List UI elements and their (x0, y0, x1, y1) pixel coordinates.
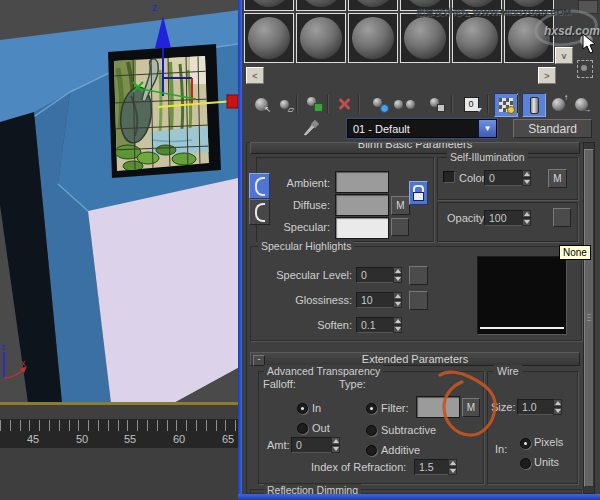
window-border-bottom[interactable] (238, 494, 600, 500)
window-border-left[interactable] (238, 0, 242, 500)
self-illumination-spinner[interactable] (522, 170, 531, 186)
soften-label: Soften: (262, 319, 352, 331)
get-material-button[interactable]: ↖ (250, 93, 272, 115)
amt-field[interactable]: 0 (291, 437, 332, 453)
material-name-value: 01 - Default (348, 123, 410, 135)
tooltip: None (559, 245, 591, 260)
type-subtractive-label: Subtractive (381, 424, 436, 436)
material-sample-row (244, 13, 556, 63)
material-type-button[interactable]: Standard (513, 119, 592, 138)
specular-level-label: Specular Level: (262, 269, 352, 281)
viewport[interactable]: z z x 45 50 55 (0, 0, 238, 500)
material-sample-slot[interactable] (244, 0, 294, 11)
specular-color-swatch[interactable] (335, 217, 389, 239)
diffuse-color-swatch[interactable] (335, 194, 389, 216)
falloff-in-radio[interactable] (297, 403, 308, 414)
ior-spinner[interactable] (448, 459, 457, 475)
diffuse-map-button[interactable]: M (391, 196, 410, 215)
palette-scroll-down-button[interactable]: v (555, 47, 573, 64)
material-map-navigator-icon[interactable] (576, 60, 594, 78)
gizmo-handle[interactable] (227, 95, 238, 108)
type-filter-radio[interactable] (366, 403, 377, 414)
material-sample-slot[interactable] (296, 0, 346, 11)
material-sample-slot[interactable] (400, 13, 450, 63)
lock-button[interactable] (409, 181, 428, 205)
dropdown-arrow-icon[interactable]: ▼ (478, 120, 496, 137)
go-forward-to-sibling-button[interactable]: → (570, 93, 592, 115)
type-subtractive-radio[interactable] (366, 425, 377, 436)
material-sample-slot[interactable] (348, 13, 398, 63)
opacity-spinner[interactable] (522, 210, 531, 226)
specular-map-button[interactable] (391, 218, 409, 236)
extended-parameters-rollout[interactable]: Extended Parameters (250, 352, 580, 366)
material-sample-slot[interactable] (244, 13, 294, 63)
put-to-library-button[interactable] (425, 93, 447, 115)
ambient-color-swatch[interactable] (335, 171, 389, 193)
type-additive-label: Additive (381, 444, 420, 456)
wire-size-field[interactable]: 1.0 (517, 399, 554, 415)
specular-level-map-button[interactable] (409, 266, 428, 285)
glossiness-spinner[interactable] (393, 292, 402, 308)
show-end-result-button[interactable] (522, 93, 546, 117)
wire-pixels-radio[interactable] (520, 438, 531, 449)
track-bar[interactable]: 45 50 55 60 65 (0, 419, 238, 448)
track-bar-ticks (0, 420, 238, 431)
go-to-parent-button[interactable]: ↑ (547, 93, 569, 115)
amt-label: Amt: (267, 439, 290, 451)
material-id-channel-button[interactable]: 0 (460, 93, 482, 115)
wire-units-radio[interactable] (520, 458, 531, 469)
sample-sphere (456, 17, 498, 59)
ruler-number: 60 (168, 433, 190, 445)
self-illumination-map-button[interactable]: M (548, 169, 567, 188)
annotation-circle (438, 362, 502, 440)
blinn-basic-parameters-rollout[interactable]: Blinn Basic Parameters (250, 142, 580, 154)
wire-in-label: In: (495, 443, 507, 455)
assign-material-to-selection-button[interactable] (303, 93, 325, 115)
material-sample-slot[interactable] (296, 13, 346, 63)
make-material-copy-button[interactable] (368, 93, 390, 115)
wire-size-spinner[interactable] (553, 399, 562, 415)
material-editor-window: < > v 思缘设计论坛 WWW.MISSYUAN.COM hxsd.com ↖… (238, 0, 600, 500)
scrollbar-thumb[interactable] (584, 149, 594, 487)
object-lavender-face[interactable] (88, 178, 238, 403)
opacity-field[interactable]: 100 (484, 210, 523, 226)
glossiness-field[interactable]: 10 (356, 292, 394, 308)
amt-spinner[interactable] (331, 437, 340, 453)
specular-level-spinner[interactable] (393, 267, 402, 283)
sample-sphere (404, 17, 446, 59)
self-illumination-color-label: Color (459, 172, 485, 184)
material-sample-slot[interactable] (348, 0, 398, 11)
reset-map-mtl-button[interactable] (333, 93, 355, 115)
type-additive-radio[interactable] (366, 445, 377, 456)
put-material-to-scene-button[interactable]: ▱ (273, 93, 295, 115)
wire-units-label: Units (534, 456, 559, 468)
self-illumination-field[interactable]: 0 (484, 170, 523, 186)
type-label: Type: (339, 378, 366, 390)
make-unique-button[interactable] (393, 93, 415, 115)
self-illumination-color-checkbox[interactable] (443, 171, 455, 183)
advanced-transparency-title: Advanced Transparency (264, 365, 383, 377)
specular-level-field[interactable]: 0 (356, 267, 394, 283)
viewport-scene[interactable]: z z x (0, 0, 238, 403)
falloff-out-radio[interactable] (297, 423, 308, 434)
sample-sphere (248, 17, 290, 59)
show-map-in-viewport-button[interactable] (494, 93, 518, 117)
opacity-map-button[interactable] (553, 208, 571, 227)
palette-scroll-left-button[interactable]: < (246, 67, 264, 84)
soften-field[interactable]: 0.1 (356, 317, 394, 333)
type-filter-label: Filter: (381, 402, 409, 414)
specular-highlights-title: Specular Highlights (258, 240, 354, 252)
pick-material-eyedropper-icon[interactable] (300, 118, 320, 137)
rollout-scrollbar[interactable] (583, 142, 595, 494)
lock-ambient-diffuse-button[interactable] (249, 173, 270, 199)
lock-diffuse-specular-button[interactable] (249, 199, 270, 225)
material-name-dropdown[interactable]: 01 - Default ▼ (347, 119, 497, 138)
status-bar: X: 17.549 Y: 112.621 Z: 98.047 (0, 448, 238, 500)
glossiness-map-button[interactable] (409, 291, 428, 310)
tripod-x-label: x (21, 358, 26, 368)
palette-scroll-right-button[interactable]: > (538, 67, 556, 84)
soften-spinner[interactable] (393, 317, 402, 333)
material-sample-slot[interactable] (452, 13, 502, 63)
sample-sphere (352, 17, 394, 59)
ior-field[interactable]: 1.5 (414, 459, 449, 475)
